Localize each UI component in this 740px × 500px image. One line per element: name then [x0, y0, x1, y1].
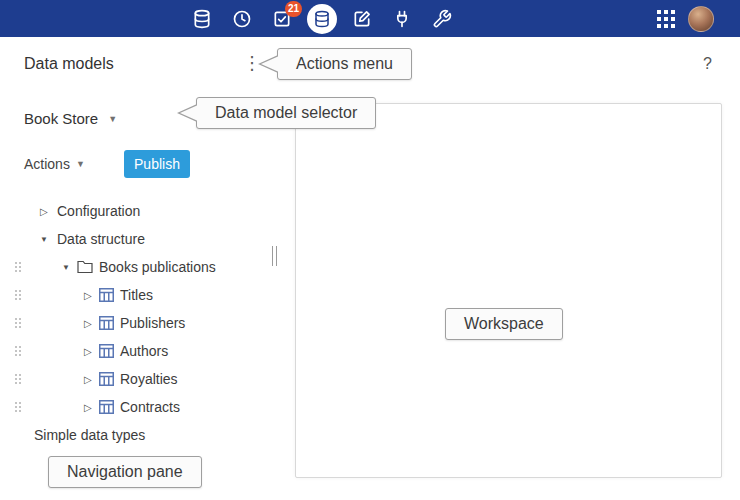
tree-item-label: Books publications [99, 259, 216, 275]
tree-item-label: Configuration [57, 203, 140, 219]
drag-grip-icon[interactable] [15, 318, 17, 320]
help-icon[interactable]: ? [703, 55, 712, 73]
callout-workspace-label: Workspace [464, 315, 544, 333]
chevron-right-icon[interactable]: ▷ [40, 206, 55, 217]
chevron-down-icon[interactable]: ▼ [40, 235, 55, 244]
callout-navigation-pane-label: Navigation pane [67, 463, 183, 481]
nav-tree: ▷Configuration▼Data structure▼Books publ… [0, 197, 284, 449]
publish-button[interactable]: Publish [124, 150, 190, 178]
kebab-menu-icon[interactable]: ⋮ [243, 52, 257, 74]
table-icon [99, 288, 114, 302]
forms-edit-icon[interactable] [342, 0, 382, 37]
topbar-right-group [657, 0, 714, 37]
apps-grid-icon[interactable] [657, 10, 675, 28]
tree-item-simple-data-types[interactable]: Simple data types [0, 421, 284, 449]
tree-item-royalties[interactable]: ▷Royalties [0, 365, 284, 393]
table-icon [99, 372, 114, 386]
active-icon-highlight [307, 4, 337, 34]
drag-grip-icon[interactable] [15, 402, 17, 404]
data-model-icon[interactable] [302, 0, 342, 37]
drag-grip-icon[interactable] [15, 262, 17, 264]
database-icon[interactable] [182, 0, 222, 37]
tools-wrench-icon[interactable] [422, 0, 462, 37]
topbar-icon-group: 21 [182, 0, 462, 37]
tree-item-label: Titles [120, 287, 153, 303]
tree-item-label: Publishers [120, 315, 185, 331]
chevron-right-icon[interactable]: ▷ [84, 346, 99, 357]
tree-item-titles[interactable]: ▷Titles [0, 281, 284, 309]
callout-actions-menu: Actions menu [277, 48, 412, 80]
tree-item-configuration[interactable]: ▷Configuration [0, 197, 284, 225]
table-icon [99, 344, 114, 358]
tree-item-label: Data structure [57, 231, 145, 247]
tree-item-data-structure[interactable]: ▼Data structure [0, 225, 284, 253]
page-title: Data models [24, 55, 114, 73]
pane-resize-handle[interactable] [272, 246, 277, 266]
chevron-down-icon[interactable]: ▼ [62, 263, 77, 272]
callout-data-model-selector: Data model selector [196, 97, 376, 129]
data-model-selector-value: Book Store [24, 110, 98, 127]
chevron-right-icon[interactable]: ▷ [84, 402, 99, 413]
tree-item-label: Contracts [120, 399, 180, 415]
top-navigation-bar: 21 [0, 0, 740, 37]
table-icon [99, 316, 114, 330]
notification-badge: 21 [285, 1, 302, 17]
tree-item-contracts[interactable]: ▷Contracts [0, 393, 284, 421]
data-model-selector[interactable]: Book Store ▼ [24, 110, 117, 127]
avatar[interactable] [688, 6, 714, 32]
tree-item-authors[interactable]: ▷Authors [0, 337, 284, 365]
callout-navigation-pane: Navigation pane [48, 456, 202, 488]
integrations-plug-icon[interactable] [382, 0, 422, 37]
actions-dropdown-label: Actions [24, 156, 70, 172]
tasks-check-icon[interactable]: 21 [262, 0, 302, 37]
drag-grip-icon[interactable] [15, 346, 17, 348]
tree-item-label: Simple data types [34, 427, 145, 443]
chevron-right-icon[interactable]: ▷ [84, 290, 99, 301]
tree-item-label: Royalties [120, 371, 178, 387]
chevron-down-icon: ▼ [108, 114, 117, 124]
chevron-down-icon: ▼ [76, 159, 85, 169]
chevron-right-icon[interactable]: ▷ [84, 374, 99, 385]
callout-actions-menu-label: Actions menu [296, 55, 393, 73]
table-icon [99, 400, 114, 414]
workspace-canvas[interactable] [295, 103, 722, 478]
actions-dropdown[interactable]: Actions ▼ [24, 156, 85, 172]
drag-grip-icon[interactable] [15, 290, 17, 292]
history-clock-icon[interactable] [222, 0, 262, 37]
callout-data-model-selector-label: Data model selector [215, 104, 357, 122]
chevron-right-icon[interactable]: ▷ [84, 318, 99, 329]
callout-workspace: Workspace [445, 308, 563, 340]
folder-icon [77, 260, 93, 274]
drag-grip-icon[interactable] [15, 374, 17, 376]
tree-item-books-publications[interactable]: ▼Books publications [0, 253, 284, 281]
tree-item-publishers[interactable]: ▷Publishers [0, 309, 284, 337]
tree-item-label: Authors [120, 343, 168, 359]
